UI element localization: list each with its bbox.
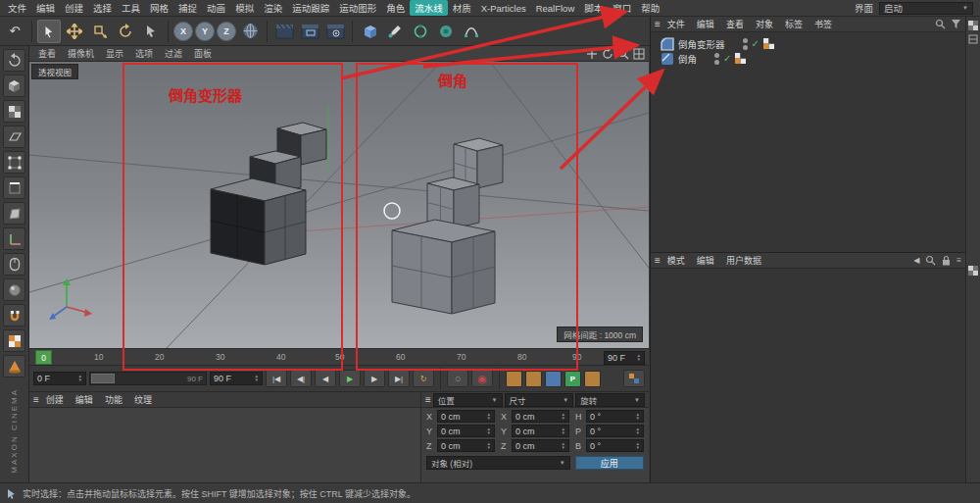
attribute-content-area[interactable]: [651, 269, 965, 482]
filter-icon[interactable]: [951, 19, 961, 29]
display-tag-icon[interactable]: [763, 38, 774, 49]
scale-tool-button[interactable]: [88, 20, 112, 43]
viewport-menu-item[interactable]: 过滤: [160, 47, 187, 60]
spinner-icon[interactable]: ▲▼: [633, 428, 640, 435]
am-menu-item[interactable]: 用户数据: [721, 253, 766, 268]
menubar-item[interactable]: 渲染: [259, 0, 287, 16]
om-menu-item[interactable]: 书签: [809, 17, 837, 31]
spline-profile-button[interactable]: [434, 20, 458, 43]
timeline-ruler[interactable]: 0 10 20 30 40 50 60 70 80 90 90 F ▲▼: [29, 348, 649, 366]
visibility-dots[interactable]: [714, 53, 719, 65]
viewport-menu-item[interactable]: 选项: [130, 47, 158, 60]
object-row-bevel[interactable]: 倒角 ✓: [651, 51, 965, 66]
spinner-icon[interactable]: ▲▼: [75, 375, 82, 382]
spinner-icon[interactable]: ▲▼: [252, 375, 259, 382]
rotation-h-field[interactable]: 0 °▲▼: [586, 410, 644, 423]
spinner-icon[interactable]: ▲▼: [559, 428, 565, 435]
render-visibility-dot[interactable]: [714, 60, 719, 65]
bezier-tool-button[interactable]: [460, 20, 483, 43]
menubar-item[interactable]: RealFlow: [531, 2, 580, 15]
menubar-item[interactable]: 模拟: [230, 0, 259, 16]
last-tool-button[interactable]: [139, 20, 163, 43]
om-menu-item[interactable]: 对象: [751, 17, 778, 31]
palette-tab-icon[interactable]: [968, 266, 978, 276]
key-rotation-toggle[interactable]: [545, 371, 562, 387]
menubar-item[interactable]: 捕捉: [173, 0, 202, 16]
zoom-view-icon[interactable]: [617, 48, 629, 60]
spinner-icon[interactable]: ▲▼: [633, 442, 640, 450]
menubar-item[interactable]: 窗口: [608, 0, 636, 16]
layout-select[interactable]: 启动 ▼: [879, 2, 973, 15]
coordinate-mode-dropdown[interactable]: 对象 (相对) ▼: [426, 456, 570, 470]
search-icon[interactable]: [925, 255, 936, 266]
spinner-icon[interactable]: ▲▼: [484, 442, 491, 450]
cone-object-button[interactable]: [3, 355, 25, 377]
menubar-item[interactable]: 角色: [381, 0, 410, 16]
apply-button[interactable]: 应用: [575, 456, 644, 470]
spinner-icon[interactable]: ▲▼: [484, 428, 491, 435]
lock-icon[interactable]: [942, 255, 951, 266]
current-frame-marker[interactable]: 0: [35, 350, 52, 365]
texture-view-button[interactable]: [3, 329, 25, 352]
spline-circle-button[interactable]: [409, 20, 432, 43]
next-frame-button[interactable]: ▶: [364, 370, 385, 387]
render-visibility-dot[interactable]: [743, 45, 748, 50]
om-menu-item[interactable]: 编辑: [692, 17, 719, 31]
loop-playback-button[interactable]: ↻: [413, 370, 434, 387]
om-menu-item[interactable]: 查看: [721, 17, 749, 31]
spinner-icon[interactable]: ▲▼: [559, 413, 565, 421]
orbit-view-icon[interactable]: [602, 48, 613, 60]
hamburger-icon[interactable]: ≡: [655, 256, 661, 266]
rotation-column-dropdown[interactable]: 旋转▼: [575, 393, 645, 407]
menubar-item[interactable]: 文件: [3, 0, 31, 16]
snapping-button[interactable]: [3, 304, 25, 327]
goto-end-button[interactable]: ▶|: [388, 370, 410, 387]
points-mode-button[interactable]: [3, 151, 25, 174]
editor-visibility-dot[interactable]: [714, 53, 719, 58]
material-menu-item[interactable]: 编辑: [71, 392, 98, 407]
keying-settings-button[interactable]: [623, 370, 645, 387]
add-cube-primitive-button[interactable]: [358, 20, 381, 43]
size-x-field[interactable]: 0 cm▲▼: [512, 410, 569, 423]
size-z-field[interactable]: 0 cm▲▼: [512, 439, 569, 452]
hamburger-icon[interactable]: ≡: [655, 20, 661, 29]
pen-spline-button[interactable]: [383, 20, 407, 43]
menubar-item[interactable]: 帮助: [636, 0, 664, 16]
menubar-item-pipeline-highlighted[interactable]: 流水线: [410, 0, 448, 16]
render-region-button[interactable]: [298, 20, 321, 43]
spinner-icon[interactable]: ▲▼: [634, 354, 641, 362]
menubar-item[interactable]: 创建: [60, 0, 88, 16]
y-axis-lock-button[interactable]: Y: [195, 22, 215, 41]
undo-button[interactable]: ↶: [3, 20, 26, 43]
viewport-menu-item[interactable]: 面板: [189, 47, 217, 60]
palette-tab-icon[interactable]: [968, 34, 978, 44]
render-settings-button[interactable]: [323, 20, 347, 43]
live-selection-tool-button[interactable]: [37, 20, 61, 43]
key-scale-toggle[interactable]: [525, 371, 542, 387]
frame-range-slider[interactable]: 90 F: [89, 372, 207, 385]
display-tag-icon[interactable]: [735, 53, 746, 64]
material-menu-item[interactable]: 纹理: [129, 392, 157, 407]
position-z-field[interactable]: 0 cm▲▼: [437, 439, 495, 452]
end-frame-field[interactable]: 90 F ▲▼: [604, 351, 645, 365]
rotation-b-field[interactable]: 0 °▲▼: [586, 439, 644, 452]
om-menu-item[interactable]: 标签: [780, 17, 808, 31]
material-list-area[interactable]: [29, 408, 420, 482]
current-frame-field[interactable]: 0 F ▲▼: [33, 372, 86, 385]
viewport-canvas[interactable]: 透视视图 网格间距 : 1000 cm: [29, 62, 649, 348]
enabled-check-icon[interactable]: ✓: [723, 53, 731, 64]
sphere-shading-button[interactable]: [3, 278, 25, 301]
move-tool-button[interactable]: [63, 20, 86, 43]
key-parameter-toggle[interactable]: P: [564, 371, 581, 387]
history-back-icon[interactable]: ◀: [913, 256, 919, 265]
play-button[interactable]: ▶: [339, 370, 361, 387]
texture-mode-button[interactable]: [3, 100, 25, 123]
key-position-toggle[interactable]: [506, 371, 522, 387]
rotation-p-field[interactable]: 0 °▲▼: [586, 425, 644, 437]
om-menu-item[interactable]: 文件: [662, 17, 690, 31]
slider-handle[interactable]: [91, 374, 115, 383]
menubar-item[interactable]: X-Particles: [476, 2, 531, 15]
editor-visibility-dot[interactable]: [743, 38, 748, 43]
pan-view-icon[interactable]: [586, 48, 598, 60]
render-view-button[interactable]: [272, 20, 296, 43]
